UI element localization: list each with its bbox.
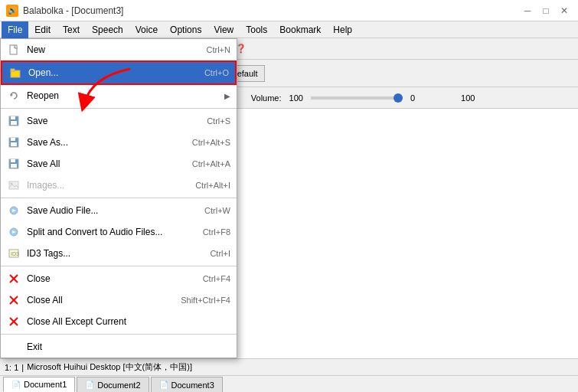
svg-rect-12: [11, 164, 17, 168]
split-convert-icon: [7, 225, 21, 239]
sep4: [1, 334, 237, 335]
save-as-icon: [7, 136, 21, 149]
file-dropdown-menu: New Ctrl+N Open... Ctrl+O Reopen ▶ Save …: [0, 38, 237, 358]
sep1: [1, 108, 237, 109]
doc1-icon: 📄: [11, 381, 21, 389]
svg-rect-11: [11, 159, 15, 162]
images-icon: [7, 178, 21, 192]
volume-value: 100: [289, 93, 303, 103]
menu-item-split-convert[interactable]: Split and Convert to Audio Files... Ctrl…: [1, 221, 237, 243]
menu-item-exit[interactable]: Exit: [1, 336, 237, 358]
svg-rect-6: [11, 121, 17, 125]
menu-help[interactable]: Help: [327, 21, 358, 38]
menu-file[interactable]: File: [2, 21, 28, 38]
menu-item-close-all[interactable]: Close All Shift+Ctrl+F4: [1, 289, 237, 311]
new-shortcut: Ctrl+N: [207, 45, 230, 54]
menu-item-save-audio[interactable]: Save Audio File... Ctrl+W: [1, 200, 237, 221]
sep2: [1, 198, 237, 198]
menu-bookmark[interactable]: Bookmark: [273, 21, 327, 38]
close-all-shortcut: Shift+Ctrl+F4: [181, 296, 230, 305]
menu-text[interactable]: Text: [57, 21, 86, 38]
open-icon: [8, 66, 22, 80]
menu-voice[interactable]: Voice: [129, 21, 164, 38]
open-shortcut: Ctrl+O: [204, 68, 229, 77]
menu-item-reopen[interactable]: Reopen ▶: [1, 85, 237, 106]
tab-document3[interactable]: 📄 Document3: [151, 377, 223, 392]
menu-item-save-as[interactable]: Save As... Ctrl+Alt+S: [1, 132, 237, 153]
split-convert-shortcut: Ctrl+F8: [203, 227, 230, 237]
menu-item-open[interactable]: Open... Ctrl+O: [1, 60, 237, 85]
tab-document1[interactable]: 📄 Document1: [3, 377, 75, 392]
tab-bar: 📄 Document1 📄 Document2 📄 Document3: [0, 375, 578, 392]
menu-edit[interactable]: Edit: [28, 21, 57, 38]
menu-item-close-except[interactable]: Close All Except Current: [1, 311, 237, 332]
save-icon: [7, 114, 21, 128]
reopen-arrow: ▶: [224, 92, 230, 100]
maximize-button[interactable]: □: [538, 3, 554, 18]
close-all-icon: [7, 293, 21, 307]
status-sep: |: [21, 363, 24, 372]
volume-slider[interactable]: [311, 96, 403, 100]
save-all-shortcut: Ctrl+Alt+A: [192, 159, 230, 168]
save-audio-icon: [7, 204, 21, 217]
title-bar-left: 🔊 Balabolka - [Document3]: [6, 5, 123, 17]
save-all-label: Save All: [27, 158, 192, 169]
exit-label: Exit: [27, 341, 230, 352]
id3-tags-label: ID3 Tags...: [27, 248, 210, 259]
svg-rect-9: [11, 142, 17, 146]
menu-item-images: Images... Ctrl+Alt+I: [1, 175, 237, 196]
new-icon: [7, 43, 21, 57]
save-all-icon: [7, 157, 21, 171]
svg-rect-5: [11, 116, 15, 119]
save-audio-label: Save Audio File...: [27, 205, 204, 216]
tab-doc2-label: Document2: [97, 381, 140, 390]
title-bar: 🔊 Balabolka - [Document3] ─ □ ✕: [0, 0, 578, 21]
reopen-icon: [7, 89, 21, 103]
volume-label: Volume:: [251, 93, 282, 103]
window-controls: ─ □ ✕: [520, 3, 572, 18]
close-shortcut: Ctrl+F4: [203, 274, 230, 283]
menu-item-save-all[interactable]: Save All Ctrl+Alt+A: [1, 153, 237, 175]
images-shortcut: Ctrl+Alt+I: [195, 181, 230, 190]
close-except-icon: [7, 315, 21, 328]
svg-text:ID3: ID3: [11, 251, 19, 256]
app-icon: 🔊: [6, 5, 18, 17]
new-label: New: [27, 44, 207, 55]
menu-speech[interactable]: Speech: [86, 21, 129, 38]
status-bar: 1: 1 | Microsoft Huihui Desktop [中文(简体，中…: [0, 358, 578, 375]
tab-doc3-label: Document3: [171, 381, 214, 390]
id3-tags-icon: ID3: [7, 247, 21, 260]
menu-view[interactable]: View: [207, 21, 240, 38]
minimize-button[interactable]: ─: [520, 3, 535, 18]
reopen-label: Reopen: [27, 90, 224, 101]
close-all-label: Close All: [27, 295, 181, 305]
save-as-shortcut: Ctrl+Alt+S: [192, 138, 230, 147]
close-label: Close: [27, 273, 203, 284]
tab-doc1-label: Document1: [24, 380, 67, 389]
save-shortcut: Ctrl+S: [207, 116, 230, 126]
close-icon: [7, 272, 21, 286]
menu-item-close[interactable]: Close Ctrl+F4: [1, 268, 237, 289]
images-label: Images...: [27, 180, 195, 191]
close-button[interactable]: ✕: [557, 3, 572, 18]
volume-min: 0: [410, 93, 415, 103]
menu-item-id3-tags[interactable]: ID3 ID3 Tags... Ctrl+I: [1, 243, 237, 264]
cursor-position: 1: 1: [5, 363, 18, 372]
doc2-icon: 📄: [85, 381, 94, 389]
menu-tools[interactable]: Tools: [240, 21, 273, 38]
id3-tags-shortcut: Ctrl+I: [210, 249, 230, 258]
tab-document2[interactable]: 📄 Document2: [77, 377, 149, 392]
app-title: Balabolka - [Document3]: [23, 5, 123, 16]
voice-status: Microsoft Huihui Desktop [中文(简体，中国)]: [27, 361, 192, 373]
save-as-label: Save As...: [27, 137, 192, 148]
svg-rect-2: [11, 69, 15, 71]
svg-rect-8: [11, 138, 15, 141]
menu-options[interactable]: Options: [164, 21, 207, 38]
menu-bar: File Edit Text Speech Voice Options View…: [0, 21, 578, 38]
exit-icon: [7, 340, 21, 354]
menu-item-save[interactable]: Save Ctrl+S: [1, 110, 237, 132]
menu-item-new[interactable]: New Ctrl+N: [1, 39, 237, 60]
save-label: Save: [27, 116, 207, 126]
close-except-label: Close All Except Current: [27, 316, 230, 327]
save-audio-shortcut: Ctrl+W: [204, 206, 230, 215]
